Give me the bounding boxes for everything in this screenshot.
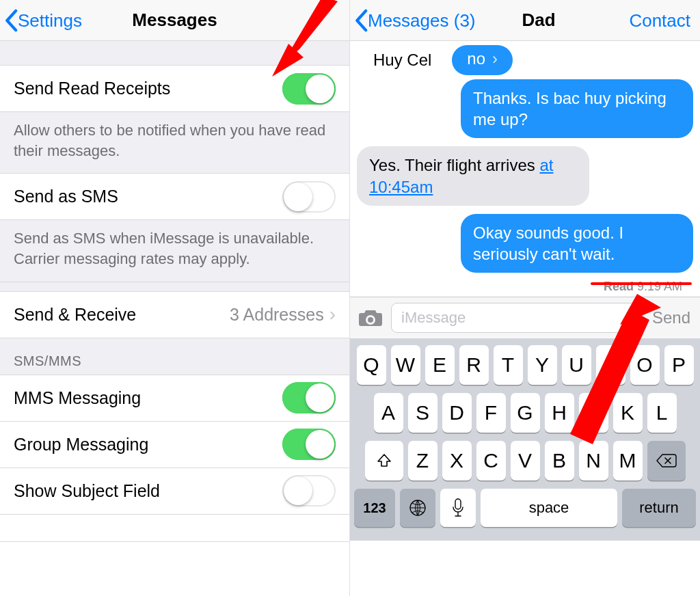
row-mms[interactable]: MMS Messaging <box>0 375 349 422</box>
subject-toggle[interactable] <box>282 475 336 506</box>
conversation-back-button[interactable]: Messages (3) <box>354 0 476 41</box>
sms-mms-header: SMS/MMS <box>0 338 349 375</box>
key-k[interactable]: K <box>613 393 643 433</box>
settings-back-label: Settings <box>18 10 82 31</box>
key-d[interactable]: D <box>442 393 472 433</box>
shift-icon <box>376 452 392 469</box>
received-bubble-1: Yes. Their flight arrives at 10:45am <box>357 146 589 205</box>
key-space[interactable]: space <box>481 489 617 527</box>
key-x[interactable]: X <box>442 441 472 480</box>
row-read-receipts[interactable]: Send Read Receipts <box>0 66 349 112</box>
keyboard-row-4: 123 space return <box>354 489 696 527</box>
conversation-back-label: Messages (3) <box>368 10 476 31</box>
read-receipts-label: Send Read Receipts <box>14 79 170 98</box>
subject-label: Show Subject Field <box>14 481 160 501</box>
key-b[interactable]: B <box>545 441 574 480</box>
row-send-receive[interactable]: Send & Receive 3 Addresses › <box>0 292 349 338</box>
key-p[interactable]: P <box>664 345 694 385</box>
settings-navbar: Settings Messages <box>0 0 349 41</box>
key-123[interactable]: 123 <box>354 489 395 527</box>
key-return[interactable]: return <box>622 489 696 527</box>
svg-rect-3 <box>455 499 461 509</box>
key-r[interactable]: R <box>459 345 489 385</box>
chevron-left-icon <box>4 9 18 32</box>
row-send-sms[interactable]: Send as SMS <box>0 174 349 220</box>
read-receipts-note: Allow others to be notified when you hav… <box>0 112 349 174</box>
annotation-underline <box>591 282 692 285</box>
camera-button[interactable] <box>357 307 384 329</box>
send-button[interactable]: Send <box>649 308 693 327</box>
key-z[interactable]: Z <box>408 441 438 480</box>
key-c[interactable]: C <box>476 441 506 480</box>
backspace-icon <box>656 452 677 469</box>
row-subject[interactable]: Show Subject Field <box>0 468 349 515</box>
received-text-prefix: Yes. Their flight arrives <box>369 156 539 174</box>
key-l[interactable]: L <box>647 393 677 433</box>
key-j[interactable]: J <box>579 393 608 433</box>
keyboard-row-2: A S D F G H J K L <box>354 393 696 433</box>
settings-back-button[interactable]: Settings <box>4 0 82 41</box>
send-sms-label: Send as SMS <box>14 187 118 206</box>
chevron-right-icon: › <box>492 49 498 68</box>
send-sms-note: Send as SMS when iMessage is unavailable… <box>0 220 349 282</box>
group-label: Group Messaging <box>14 435 148 455</box>
key-s[interactable]: S <box>408 393 438 433</box>
key-i[interactable]: I <box>596 345 625 385</box>
key-n[interactable]: N <box>579 441 608 480</box>
key-e[interactable]: E <box>425 345 455 385</box>
key-g[interactable]: G <box>511 393 540 433</box>
chat-area[interactable]: Huy Cel no › Thanks. Is bac huy picking … <box>350 41 700 297</box>
key-q[interactable]: Q <box>357 345 386 385</box>
key-o[interactable]: O <box>630 345 660 385</box>
key-u[interactable]: U <box>562 345 591 385</box>
mms-toggle[interactable] <box>282 382 336 414</box>
keyboard-row-3: Z X C V B N M <box>354 441 696 480</box>
keyboard: Q W E R T Y U I O P A S D F G H J K L <box>350 338 700 541</box>
contact-button[interactable]: Contact <box>629 0 690 41</box>
send-receive-label: Send & Receive <box>14 305 136 325</box>
key-y[interactable]: Y <box>528 345 557 385</box>
message-input-bar: iMessage Send <box>350 297 700 338</box>
received-partial-text: Huy Cel <box>373 51 431 70</box>
key-backspace[interactable] <box>647 441 686 480</box>
microphone-icon <box>451 498 465 518</box>
camera-icon <box>358 308 383 327</box>
sent-bubble-1: Thanks. Is bac huy picking me up? <box>461 79 693 138</box>
settings-messages-pane: Settings Messages Send Read Receipts All… <box>0 0 350 596</box>
key-h[interactable]: H <box>545 393 574 433</box>
send-receive-detail: 3 Addresses <box>230 305 324 325</box>
conversation-title: Dad <box>522 10 555 31</box>
key-f[interactable]: F <box>476 393 506 433</box>
sent-bubble-2: Okay sounds good. I seriously can't wait… <box>461 214 693 273</box>
mms-label: MMS Messaging <box>14 388 141 408</box>
group-toggle[interactable] <box>282 429 336 460</box>
read-receipts-toggle[interactable] <box>282 73 336 105</box>
chevron-right-icon: › <box>329 303 336 325</box>
keyboard-row-1: Q W E R T Y U I O P <box>354 345 696 385</box>
key-w[interactable]: W <box>391 345 420 385</box>
conversation-navbar: Messages (3) Dad Contact <box>350 0 700 41</box>
key-mic[interactable] <box>440 489 476 527</box>
send-sms-toggle[interactable] <box>282 181 336 213</box>
key-v[interactable]: V <box>511 441 540 480</box>
globe-icon <box>408 498 427 517</box>
key-globe[interactable] <box>400 489 435 527</box>
sent-partial-text: no <box>467 49 485 68</box>
sent-partial-bubble: no › <box>452 45 513 75</box>
key-a[interactable]: A <box>374 393 403 433</box>
message-input[interactable]: iMessage <box>391 303 643 333</box>
key-shift[interactable] <box>365 441 403 480</box>
row-cut-off <box>0 515 349 542</box>
chevron-left-icon <box>354 9 368 32</box>
key-m[interactable]: M <box>613 441 643 480</box>
row-group[interactable]: Group Messaging <box>0 422 349 468</box>
settings-title: Messages <box>132 10 217 31</box>
conversation-pane: Messages (3) Dad Contact Huy Cel no › Th… <box>350 0 700 596</box>
key-t[interactable]: T <box>494 345 523 385</box>
